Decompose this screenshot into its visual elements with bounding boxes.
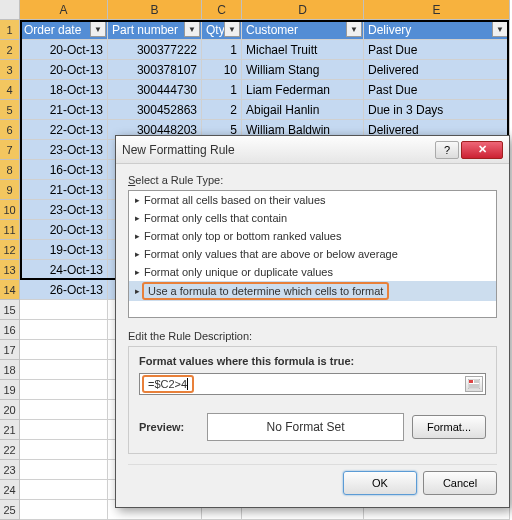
row-header[interactable]: 7 [0,140,20,160]
row-header[interactable]: 3 [0,60,20,80]
row-header[interactable]: 1 [0,20,20,40]
select-all-corner[interactable] [0,0,20,20]
row-header[interactable]: 13 [0,260,20,280]
row-header[interactable]: 6 [0,120,20,140]
row-header[interactable]: 16 [0,320,20,340]
row-header[interactable]: 17 [0,340,20,360]
filter-dropdown-icon[interactable]: ▼ [184,21,200,37]
row-header[interactable]: 23 [0,460,20,480]
cell[interactable]: 18-Oct-13 [20,80,108,100]
cell[interactable]: 20-Oct-13 [20,40,108,60]
range-selector-button[interactable] [465,376,483,392]
cell[interactable]: 2 [202,100,242,120]
cell[interactable] [20,360,108,380]
cell[interactable] [20,320,108,340]
col-header-A[interactable]: A [20,0,108,20]
format-button[interactable]: Format... [412,415,486,439]
table-header[interactable]: Part number▼ [108,20,202,40]
cell[interactable]: 1 [202,80,242,100]
col-header-B[interactable]: B [108,0,202,20]
filter-dropdown-icon[interactable]: ▼ [492,21,508,37]
cell[interactable]: 300378107 [108,60,202,80]
rule-type-item[interactable]: ▸Format only values that are above or be… [129,245,496,263]
dialog-buttons: OK Cancel [128,464,497,499]
cell[interactable]: 10 [202,60,242,80]
cell[interactable] [20,480,108,500]
cell[interactable]: 20-Oct-13 [20,220,108,240]
row-header[interactable]: 18 [0,360,20,380]
row-header[interactable]: 10 [0,200,20,220]
preview-label: Preview: [139,421,199,433]
cell[interactable] [20,420,108,440]
rule-label: Format only values that are above or bel… [144,248,398,260]
cell[interactable] [20,300,108,320]
help-button[interactable]: ? [435,141,459,159]
row-header[interactable]: 15 [0,300,20,320]
row-header[interactable]: 14 [0,280,20,300]
row-header[interactable]: 24 [0,480,20,500]
rule-type-item[interactable]: ▸Format only top or bottom ranked values [129,227,496,245]
cell[interactable] [20,400,108,420]
cell[interactable]: Michael Truitt [242,40,364,60]
cell[interactable]: 16-Oct-13 [20,160,108,180]
cell[interactable]: 19-Oct-13 [20,240,108,260]
cancel-button[interactable]: Cancel [423,471,497,495]
col-header-E[interactable]: E [364,0,510,20]
ok-button[interactable]: OK [343,471,417,495]
col-header-C[interactable]: C [202,0,242,20]
cell[interactable]: William Stang [242,60,364,80]
filter-dropdown-icon[interactable]: ▼ [90,21,106,37]
row-header[interactable]: 25 [0,500,20,520]
cell[interactable]: 20-Oct-13 [20,60,108,80]
cell[interactable]: Delivered [364,60,510,80]
row-header[interactable]: 22 [0,440,20,460]
cell[interactable]: 300377222 [108,40,202,60]
dialog-titlebar[interactable]: New Formatting Rule ? ✕ [116,136,509,164]
cell[interactable]: 23-Oct-13 [20,140,108,160]
cell[interactable]: Due in 3 Days [364,100,510,120]
row-header[interactable]: 12 [0,240,20,260]
formula-input[interactable]: =$C2>4 [139,373,486,395]
cell[interactable] [20,380,108,400]
table-header[interactable]: Delivery▼ [364,20,510,40]
row-header[interactable]: 4 [0,80,20,100]
cell[interactable] [20,340,108,360]
row-header[interactable]: 2 [0,40,20,60]
cell[interactable]: 23-Oct-13 [20,200,108,220]
cell[interactable] [20,440,108,460]
cell[interactable]: 24-Oct-13 [20,260,108,280]
cell[interactable]: Past Due [364,80,510,100]
rule-type-item[interactable]: ▸Format only cells that contain [129,209,496,227]
row-header[interactable]: 8 [0,160,20,180]
cell[interactable]: Liam Federman [242,80,364,100]
row-header[interactable]: 21 [0,420,20,440]
cell[interactable]: 21-Oct-13 [20,180,108,200]
cell[interactable] [20,500,108,520]
cell[interactable] [20,460,108,480]
row-header[interactable]: 5 [0,100,20,120]
cell[interactable]: 26-Oct-13 [20,280,108,300]
cell[interactable]: Abigail Hanlin [242,100,364,120]
close-button[interactable]: ✕ [461,141,503,159]
row-header[interactable]: 19 [0,380,20,400]
cell[interactable]: 300444730 [108,80,202,100]
arrow-icon: ▸ [135,267,140,277]
filter-dropdown-icon[interactable]: ▼ [346,21,362,37]
cell[interactable]: 21-Oct-13 [20,100,108,120]
rule-type-item[interactable]: ▸Format all cells based on their values [129,191,496,209]
cell[interactable]: 22-Oct-13 [20,120,108,140]
cell[interactable]: 300452863 [108,100,202,120]
table-header[interactable]: Customer▼ [242,20,364,40]
rule-type-item[interactable]: ▸Use a formula to determine which cells … [129,281,496,301]
table-header[interactable]: Qty.▼ [202,20,242,40]
rule-type-item[interactable]: ▸Format only unique or duplicate values [129,263,496,281]
row-header[interactable]: 9 [0,180,20,200]
row-header[interactable]: 11 [0,220,20,240]
col-header-D[interactable]: D [242,0,364,20]
filter-dropdown-icon[interactable]: ▼ [224,21,240,37]
row-header[interactable]: 20 [0,400,20,420]
cell[interactable]: 1 [202,40,242,60]
table-header[interactable]: Order date▼ [20,20,108,40]
rule-type-list[interactable]: ▸Format all cells based on their values▸… [128,190,497,318]
cell[interactable]: Past Due [364,40,510,60]
